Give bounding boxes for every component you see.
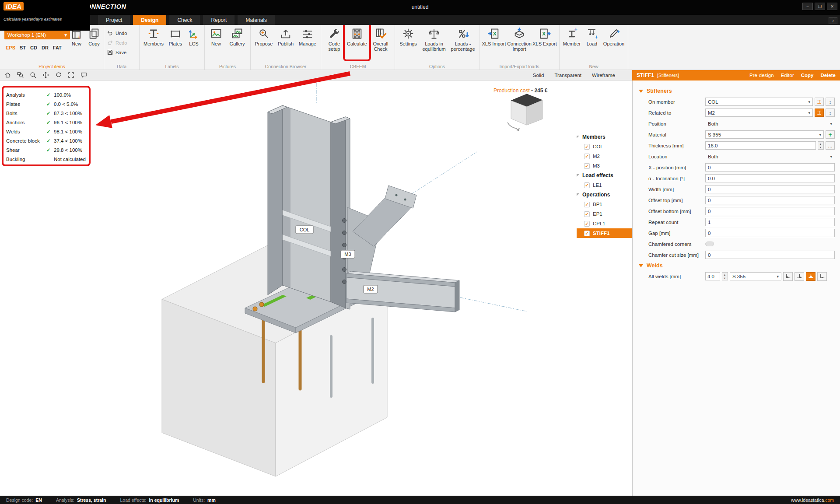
overall-check-button[interactable]: Overall Check	[368, 25, 393, 61]
connection-import-button[interactable]: Connection Import	[507, 25, 532, 61]
settings-button[interactable]: Settings	[397, 25, 420, 61]
tree-item-col[interactable]: ✓COL	[577, 142, 632, 151]
code-badge-fat[interactable]: FAT	[53, 45, 62, 50]
offset-bottom-input[interactable]: 0	[705, 207, 835, 215]
repeat-count-input[interactable]: 1	[705, 218, 835, 226]
save-button[interactable]: Save	[106, 48, 137, 56]
checkbox-icon[interactable]: ✓	[584, 231, 590, 236]
checkbox-icon[interactable]: ✓	[584, 221, 590, 227]
view-mode-solid[interactable]: Solid	[533, 73, 544, 78]
plates-labels-button[interactable]: Plates	[166, 25, 185, 61]
material-select[interactable]: S 355▾	[705, 130, 824, 139]
weld-type-fillet-button[interactable]	[783, 272, 793, 281]
checkbox-icon[interactable]: ✓	[584, 202, 590, 207]
tab-design[interactable]: Design	[133, 15, 166, 25]
pan-icon[interactable]	[42, 71, 49, 79]
checkbox-icon[interactable]: ✓	[584, 154, 590, 159]
tree-item-ep1[interactable]: ✓EP1	[577, 209, 632, 219]
thickness-stepper[interactable]: ▴▾	[818, 141, 824, 150]
minimize-button[interactable]: –	[802, 3, 813, 10]
member-picker-button[interactable]	[815, 98, 824, 106]
checkbox-icon[interactable]: ✓	[584, 163, 590, 169]
location-select[interactable]: Both▾	[705, 152, 835, 161]
info-button[interactable]: i	[829, 17, 837, 24]
section-welds[interactable]: Welds	[633, 260, 840, 271]
tree-item-le1[interactable]: ✓LE1	[577, 180, 632, 190]
xls-export-button[interactable]: X XLS Export	[532, 25, 557, 61]
pre-design-button[interactable]: Pre-design	[749, 73, 774, 78]
home-view-icon[interactable]	[4, 71, 11, 79]
new-picture-button[interactable]: New	[206, 25, 226, 61]
related-member-button[interactable]	[815, 108, 824, 117]
gap-input[interactable]: 0	[705, 229, 835, 237]
weld-material-select[interactable]: S 355▾	[730, 272, 781, 280]
weld-size-input[interactable]: 4.0	[705, 272, 720, 280]
new-member-button[interactable]: + Member	[561, 25, 582, 61]
copy-operation-button[interactable]: Copy	[801, 73, 814, 78]
zoom-window-icon[interactable]	[17, 71, 24, 79]
code-badge-dr[interactable]: DR	[42, 45, 49, 50]
weld-type-double-fillet-button[interactable]	[806, 272, 816, 281]
loads-percentage-button[interactable]: Loads - percentage	[448, 25, 477, 61]
weld-size-stepper[interactable]: ▴▾	[722, 272, 728, 280]
member-cycle-button[interactable]: ↕	[826, 98, 835, 106]
tab-check[interactable]: Check	[169, 15, 200, 25]
checkbox-icon[interactable]: ✓	[584, 211, 590, 217]
manage-button[interactable]: Manage	[296, 25, 319, 61]
inclination-input[interactable]: 0.0	[705, 174, 835, 182]
propose-button[interactable]: Propose	[252, 25, 275, 61]
tab-materials[interactable]: Materials	[238, 15, 275, 25]
workshop-selector[interactable]: Workshop 1 (EN) ▾	[4, 30, 70, 39]
add-material-button[interactable]: +	[826, 130, 835, 139]
tree-item-m3[interactable]: ✓M3	[577, 161, 632, 171]
thickness-input[interactable]: 16.0	[705, 141, 816, 150]
delete-operation-button[interactable]: Delete	[820, 73, 836, 78]
tree-section-load-effects[interactable]: Load effects	[577, 171, 632, 180]
checkbox-icon[interactable]: ✓	[584, 182, 590, 188]
weld-type-both-sides-button[interactable]	[794, 272, 804, 281]
publish-button[interactable]: Publish	[275, 25, 296, 61]
code-setup-button[interactable]: Code setup	[323, 25, 346, 61]
chamfered-corners-checkbox[interactable]	[705, 242, 714, 246]
weld-type-butt-button[interactable]	[817, 272, 827, 281]
tab-report[interactable]: Report	[203, 15, 234, 25]
xls-import-button[interactable]: X XLS Import	[481, 25, 507, 61]
maximize-button[interactable]: ❐	[815, 3, 825, 10]
chamfer-cut-size-input[interactable]: 0	[705, 251, 835, 259]
calculate-button[interactable]: Calculate	[346, 25, 368, 61]
new-operation-button[interactable]: + Operation	[602, 25, 626, 61]
tab-project[interactable]: Project	[98, 15, 130, 25]
section-stiffeners[interactable]: Stiffeners	[633, 86, 840, 96]
tree-item-m2[interactable]: ✓M2	[577, 151, 632, 161]
code-badge-st[interactable]: ST	[20, 45, 26, 50]
zoom-icon[interactable]	[29, 71, 37, 79]
tree-item-cpl1[interactable]: ✓CPL1	[577, 219, 632, 228]
tree-section-members[interactable]: Members	[577, 132, 632, 142]
tree-item-stiff1[interactable]: ✓STIFF1	[577, 228, 632, 238]
loads-in-equilibrium-button[interactable]: Loads in equilibrium	[420, 25, 448, 61]
related-to-select[interactable]: M2▾	[705, 108, 813, 117]
position-select[interactable]: Both▾	[705, 119, 835, 128]
checkbox-icon[interactable]: ✓	[584, 144, 590, 150]
gallery-button[interactable]: Gallery	[226, 25, 248, 61]
close-button[interactable]: ✕	[827, 3, 837, 10]
x-position-input[interactable]: 0	[705, 163, 835, 172]
members-labels-button[interactable]: Members	[141, 25, 166, 61]
rotate-view-icon[interactable]	[55, 71, 62, 79]
on-member-select[interactable]: COL▾	[705, 98, 813, 106]
zoom-fit-icon[interactable]	[67, 71, 75, 79]
offset-top-input[interactable]: 0	[705, 196, 835, 204]
model-viewport[interactable]: COL M3 M2 Production cost - 245 € Analys…	[0, 80, 632, 496]
navigation-cube[interactable]	[508, 94, 542, 131]
view-mode-transparent[interactable]: Transparent	[554, 73, 581, 78]
tree-section-operations[interactable]: Operations	[577, 190, 632, 200]
comment-icon[interactable]	[80, 71, 88, 79]
editor-button[interactable]: Editor	[781, 73, 794, 78]
code-badge-eps[interactable]: EPS	[6, 45, 15, 50]
width-input[interactable]: 0	[705, 185, 835, 193]
tree-item-bp1[interactable]: ✓BP1	[577, 200, 632, 209]
related-cycle-button[interactable]: ↕	[826, 108, 835, 117]
new-load-button[interactable]: + Load	[582, 25, 602, 61]
code-badge-cd[interactable]: CD	[30, 45, 37, 50]
undo-button[interactable]: Undo	[106, 29, 137, 37]
